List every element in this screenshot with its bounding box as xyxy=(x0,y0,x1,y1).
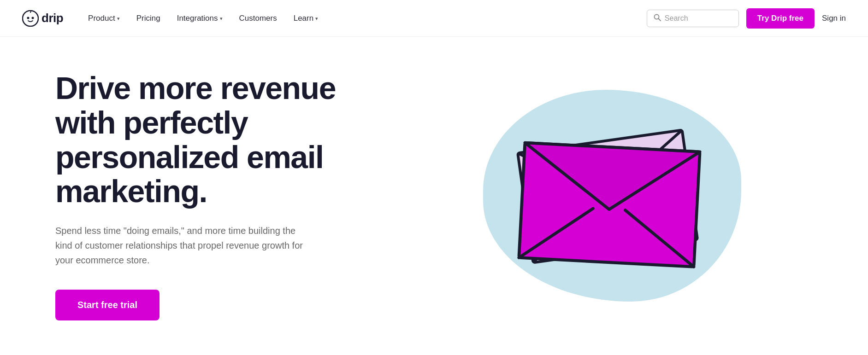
nav-label-product: Product xyxy=(88,14,115,23)
try-drip-button[interactable]: Try Drip free xyxy=(746,8,815,29)
nav-item-learn[interactable]: Learn ▾ xyxy=(287,10,325,27)
chevron-down-icon: ▾ xyxy=(220,16,223,22)
chevron-down-icon: ▾ xyxy=(117,16,120,22)
hero-title: Drive more revenue with perfectly person… xyxy=(55,71,378,209)
hero-subtitle: Spend less time "doing emails," and more… xyxy=(55,223,313,268)
hero-section: Drive more revenue with perfectly person… xyxy=(0,37,868,355)
nav-right: Search Try Drip free Sign in xyxy=(647,8,846,29)
nav-label-customers: Customers xyxy=(239,14,277,23)
drip-logo-icon xyxy=(22,10,39,27)
hero-content: Drive more revenue with perfectly person… xyxy=(55,71,378,320)
search-box[interactable]: Search xyxy=(647,10,739,27)
logo-text: drip xyxy=(41,11,63,25)
search-placeholder-text: Search xyxy=(665,14,688,23)
envelope-illustration xyxy=(497,104,727,288)
nav-item-integrations[interactable]: Integrations ▾ xyxy=(171,10,229,27)
nav-label-learn: Learn xyxy=(294,14,313,23)
start-free-trial-button[interactable]: Start free trial xyxy=(55,290,159,320)
search-icon xyxy=(654,14,661,23)
nav-label-pricing: Pricing xyxy=(136,14,160,23)
svg-point-1 xyxy=(27,17,30,19)
nav-item-pricing[interactable]: Pricing xyxy=(130,10,167,27)
nav-label-integrations: Integrations xyxy=(177,14,218,23)
nav-item-customers[interactable]: Customers xyxy=(233,10,283,27)
svg-point-0 xyxy=(23,11,38,26)
logo-link[interactable]: drip xyxy=(22,10,63,27)
hero-illustration xyxy=(378,81,846,311)
nav-links: Product ▾ Pricing Integrations ▾ Custome… xyxy=(82,10,647,27)
nav-item-product[interactable]: Product ▾ xyxy=(82,10,126,27)
envelope-svg xyxy=(497,104,727,288)
svg-line-4 xyxy=(658,18,661,21)
sign-in-link[interactable]: Sign in xyxy=(822,14,846,23)
navbar: drip Product ▾ Pricing Integrations ▾ Cu… xyxy=(0,0,868,37)
chevron-down-icon: ▾ xyxy=(315,16,318,22)
svg-point-2 xyxy=(32,17,34,19)
